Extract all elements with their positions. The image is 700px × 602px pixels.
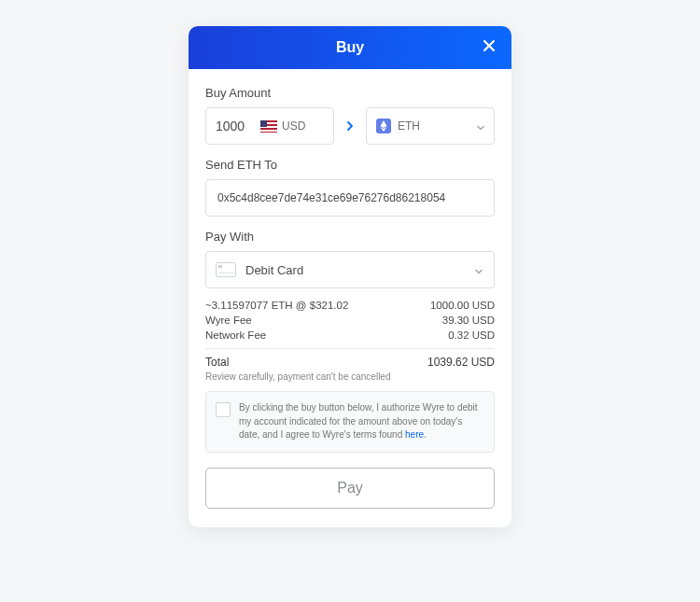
target-currency-select[interactable]: ETH <box>366 107 495 145</box>
svg-marker-2 <box>381 120 387 128</box>
authorization-box: By clicking the buy button below, I auth… <box>205 391 495 453</box>
modal-header: Buy <box>189 26 511 69</box>
buy-modal: Buy Buy Amount USD <box>189 26 511 527</box>
auth-text-body: By clicking the buy button below, I auth… <box>239 402 478 440</box>
summary-divider <box>205 348 495 349</box>
modal-title: Buy <box>336 39 364 56</box>
terms-link[interactable]: here <box>405 429 424 440</box>
chevron-down-icon <box>473 264 484 275</box>
source-currency-code: USD <box>282 119 305 133</box>
wyre-fee-row: Wyre Fee 39.30 USD <box>205 315 495 326</box>
amount-row: USD ETH <box>205 107 495 145</box>
network-fee-label: Network Fee <box>205 329 266 341</box>
amount-value: 1000.00 USD <box>430 300 495 311</box>
pay-button[interactable]: Pay <box>205 468 495 509</box>
amount-input[interactable] <box>216 119 260 133</box>
recipient-address-input[interactable] <box>205 179 495 217</box>
source-amount-box: USD <box>205 107 334 145</box>
authorization-checkbox[interactable] <box>216 402 231 417</box>
chevron-down-icon <box>475 120 486 132</box>
close-icon <box>483 39 496 56</box>
total-row: Total 1039.62 USD <box>205 356 495 369</box>
total-label: Total <box>205 356 229 369</box>
send-to-label: Send ETH To <box>205 158 495 172</box>
pay-with-label: Pay With <box>205 230 495 244</box>
payment-method-select[interactable]: Debit Card <box>205 251 495 288</box>
total-value: 1039.62 USD <box>427 356 495 369</box>
review-note: Review carefully, payment can't be cance… <box>205 371 495 382</box>
convert-arrow-icon <box>342 107 358 145</box>
network-fee-row: Network Fee 0.32 USD <box>205 329 495 341</box>
wyre-fee-label: Wyre Fee <box>205 315 252 326</box>
authorization-text: By clicking the buy button below, I auth… <box>239 401 484 442</box>
ethereum-icon <box>376 119 391 133</box>
usa-flag-icon <box>260 120 277 133</box>
rate-row: ~3.11597077 ETH @ $321.02 1000.00 USD <box>205 300 495 311</box>
fee-summary: ~3.11597077 ETH @ $321.02 1000.00 USD Wy… <box>205 300 495 453</box>
wyre-fee-value: 39.30 USD <box>442 315 495 326</box>
target-currency-code: ETH <box>398 119 475 133</box>
network-fee-value: 0.32 USD <box>448 329 495 341</box>
debit-card-icon <box>216 262 236 277</box>
payment-method-label: Debit Card <box>245 263 473 277</box>
buy-amount-label: Buy Amount <box>205 86 495 100</box>
rate-line: ~3.11597077 ETH @ $321.02 <box>205 300 348 311</box>
modal-body: Buy Amount USD ETH <box>189 69 511 527</box>
close-button[interactable] <box>480 38 498 57</box>
